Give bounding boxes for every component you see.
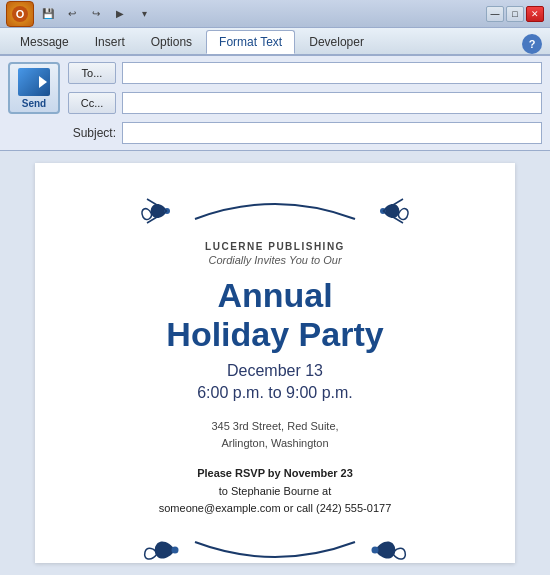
- qat-dropdown-button[interactable]: ▾: [134, 4, 154, 24]
- minimize-button[interactable]: —: [486, 6, 504, 22]
- subject-row: Subject:: [68, 122, 542, 144]
- rsvp-line2: to Stephanie Bourne at: [219, 485, 332, 497]
- send-button[interactable]: Send: [8, 62, 60, 114]
- tab-format-text[interactable]: Format Text: [206, 30, 295, 54]
- ribbon: Message Insert Options Format Text Devel…: [0, 28, 550, 56]
- cc-button[interactable]: Cc...: [68, 92, 116, 114]
- office-button[interactable]: O: [6, 1, 34, 27]
- title-bar: O 💾 ↩ ↪ ▶ ▾ — □ ✕: [0, 0, 550, 28]
- event-title-line2: Holiday Party: [166, 315, 383, 354]
- redo-qat-button[interactable]: ↪: [86, 4, 106, 24]
- title-bar-controls: — □ ✕: [486, 6, 544, 22]
- save-qat-button[interactable]: 💾: [38, 4, 58, 24]
- close-button[interactable]: ✕: [526, 6, 544, 22]
- tab-developer[interactable]: Developer: [297, 30, 376, 54]
- rsvp-text: Please RSVP by November 23 to Stephanie …: [159, 465, 392, 518]
- help-button[interactable]: ?: [522, 34, 542, 54]
- company-name: LUCERNE PUBLISHING: [205, 241, 345, 252]
- cc-input[interactable]: [122, 92, 542, 114]
- rsvp-line1: Please RSVP by November 23: [197, 467, 353, 479]
- to-input[interactable]: [122, 62, 542, 84]
- compose-section: Send To... Cc... Subject:: [0, 56, 550, 151]
- rsvp-line3: someone@example.com or call (242) 555-01…: [159, 502, 392, 514]
- to-button[interactable]: To...: [68, 62, 116, 84]
- run-qat-button[interactable]: ▶: [110, 4, 130, 24]
- subject-input[interactable]: [122, 122, 542, 144]
- event-title-line1: Annual: [166, 276, 383, 315]
- invite-text: Cordially Invites You to Our: [208, 254, 341, 266]
- deco-top: [65, 187, 485, 231]
- to-row: To...: [68, 62, 542, 84]
- event-title: Annual Holiday Party: [166, 276, 383, 354]
- tab-insert[interactable]: Insert: [83, 30, 137, 54]
- event-address: 345 3rd Street, Red Suite, Arlington, Wa…: [211, 418, 338, 451]
- subject-label: Subject:: [68, 126, 116, 140]
- address-line2: Arlington, Washington: [211, 435, 338, 452]
- email-card: LUCERNE PUBLISHING Cordially Invites You…: [35, 163, 515, 563]
- event-time: 6:00 p.m. to 9:00 p.m.: [197, 384, 353, 402]
- compose-fields: To... Cc... Subject:: [68, 62, 542, 144]
- send-label: Send: [22, 98, 46, 109]
- send-icon: [18, 68, 50, 96]
- event-date: December 13: [227, 362, 323, 380]
- svg-point-5: [372, 546, 379, 553]
- maximize-button[interactable]: □: [506, 6, 524, 22]
- cc-row: Cc...: [68, 92, 542, 114]
- title-bar-left: O 💾 ↩ ↪ ▶ ▾: [6, 1, 154, 27]
- address-line1: 345 3rd Street, Red Suite,: [211, 418, 338, 435]
- undo-qat-button[interactable]: ↩: [62, 4, 82, 24]
- svg-point-4: [172, 546, 179, 553]
- deco-bottom: [65, 530, 485, 574]
- tab-options[interactable]: Options: [139, 30, 204, 54]
- tab-message[interactable]: Message: [8, 30, 81, 54]
- svg-text:O: O: [16, 8, 25, 20]
- ribbon-tabs: Message Insert Options Format Text Devel…: [0, 28, 550, 54]
- email-body: LUCERNE PUBLISHING Cordially Invites You…: [0, 151, 550, 575]
- app-window: O 💾 ↩ ↪ ▶ ▾ — □ ✕ Message Insert Options…: [0, 0, 550, 575]
